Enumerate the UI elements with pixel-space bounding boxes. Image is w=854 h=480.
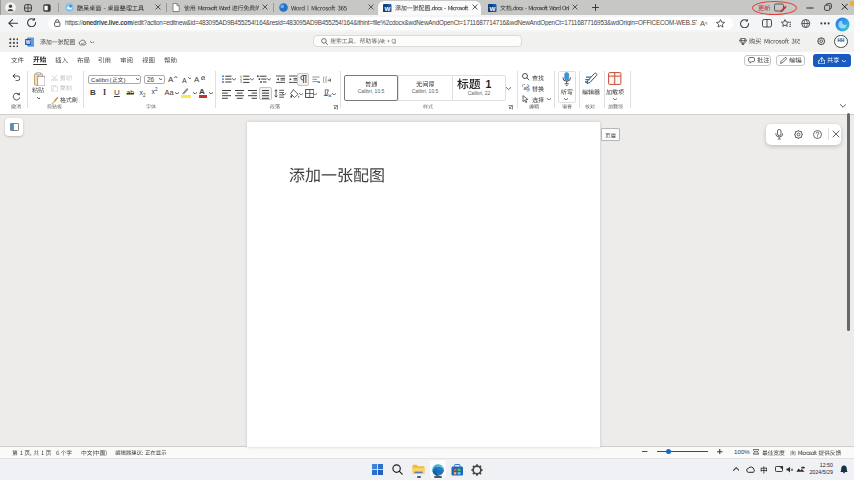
svg-text:ab: ab [523, 86, 529, 91]
svg-text:W: W [490, 4, 496, 11]
svg-text:3: 3 [240, 80, 242, 83]
svg-text:W: W [25, 40, 30, 45]
svg-text:W: W [385, 4, 391, 11]
